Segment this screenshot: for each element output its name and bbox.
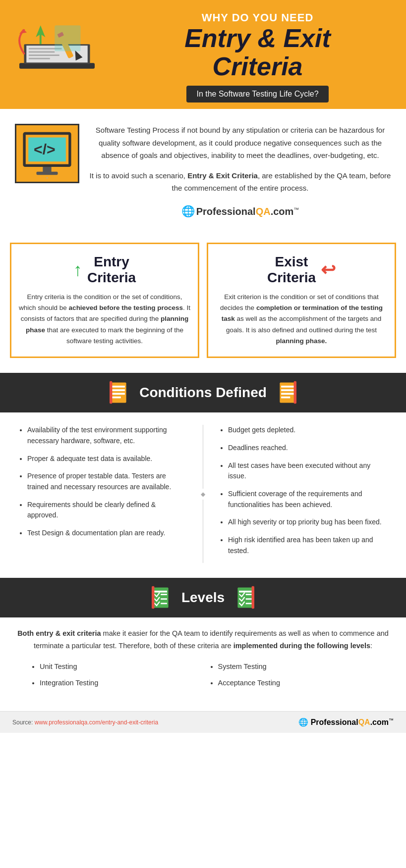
exit-arrow-icon: ↩ <box>321 259 336 280</box>
footer-brand: 🌐 ProfessionalQA.com™ <box>298 717 394 727</box>
levels-title: Levels <box>181 590 225 606</box>
exit-condition-5: All high severity or top priority bug ha… <box>228 517 389 528</box>
svg-rect-45 <box>252 586 254 609</box>
svg-rect-17 <box>43 167 51 172</box>
exit-conditions-col: Budget gets depleted. Deadlines reached.… <box>213 425 394 563</box>
exit-criteria-box: ExistCriteria ↩ Exit criterion is the co… <box>207 243 396 358</box>
entry-condition-4: Requirements should be clearly defined &… <box>27 500 188 521</box>
footer-source: Source: www.professionalqa.com/entry-and… <box>12 719 158 726</box>
level-integration-testing: Integration Testing <box>40 677 198 689</box>
levels-bold2: implemented during the following levels <box>233 642 370 650</box>
footer-brand-name: ProfessionalQA.com <box>311 718 389 726</box>
svg-point-19 <box>46 178 48 178</box>
footer-source-url[interactable]: www.professionalqa.com/entry-and-exit-cr… <box>35 719 158 726</box>
svg-rect-26 <box>112 397 121 399</box>
svg-rect-43 <box>246 599 252 600</box>
levels-right-icon <box>232 585 257 610</box>
header-main-title: Entry & Exit Criteria <box>119 24 396 81</box>
svg-rect-5 <box>29 54 59 56</box>
exit-criteria-title: ExistCriteria ↩ <box>216 254 387 286</box>
levels-bold1: Both entry & exit criteria <box>17 629 101 637</box>
brand-name: ProfessionalQA.com <box>196 206 294 217</box>
level-unit-testing: Unit Testing <box>40 661 198 672</box>
svg-rect-25 <box>112 393 125 395</box>
intro-text-block: Software Testing Process if not bound by… <box>89 124 391 228</box>
entry-condition-3: Presence of proper testable data. Tester… <box>27 471 188 492</box>
svg-rect-35 <box>154 591 167 593</box>
conditions-title: Conditions Defined <box>139 385 267 401</box>
svg-rect-37 <box>161 599 167 600</box>
level-acceptance-testing: Acceptance Testing <box>218 677 377 689</box>
levels-intro-text: Both entry & exit criteria make it easie… <box>10 627 396 652</box>
intro-paragraph2: It is to avoid such a scenario, Entry & … <box>89 169 391 195</box>
entry-criteria-title: ↑ EntryCriteria <box>19 254 190 286</box>
svg-marker-11 <box>19 29 27 34</box>
svg-rect-31 <box>281 393 294 395</box>
svg-rect-24 <box>112 389 125 391</box>
brand-globe-icon: 🌐 <box>181 205 195 217</box>
svg-rect-28 <box>280 383 295 403</box>
svg-rect-32 <box>281 397 290 399</box>
svg-rect-23 <box>112 386 125 388</box>
svg-marker-10 <box>36 25 45 44</box>
levels-banner: Levels <box>0 578 406 617</box>
header-text-block: WHY DO YOU NEED Entry & Exit Criteria In… <box>119 11 396 102</box>
svg-rect-38 <box>161 603 167 605</box>
conditions-section: Availability of the test environment sup… <box>0 412 406 573</box>
conditions-left-icon <box>107 380 132 405</box>
entry-condition-1: Availability of the test environment sup… <box>27 425 188 446</box>
footer-tm: ™ <box>389 717 394 723</box>
entry-condition-2: Proper & adequate test data is available… <box>27 454 188 464</box>
svg-rect-40 <box>237 588 253 608</box>
exit-condition-2: Deadlines reached. <box>228 443 389 454</box>
header-subtitle: In the Software Testing Life Cycle? <box>186 86 328 102</box>
svg-rect-18 <box>36 172 58 175</box>
svg-rect-36 <box>161 594 167 596</box>
entry-condition-5: Test Design & documentation plan are rea… <box>27 528 188 539</box>
entry-conditions-col: Availability of the test environment sup… <box>12 425 193 563</box>
title-line1: Entry & Exit <box>184 24 331 52</box>
svg-rect-29 <box>281 386 294 388</box>
intro-section: </> Software Testing Process if not boun… <box>0 109 406 238</box>
brand-tm: ™ <box>293 206 299 212</box>
conditions-right-icon <box>274 380 299 405</box>
intro-paragraph1: Software Testing Process if not bound by… <box>89 124 391 162</box>
criteria-section: ↑ EntryCriteria Entry criteria is the co… <box>0 238 406 368</box>
entry-conditions-list: Availability of the test environment sup… <box>17 425 188 539</box>
svg-rect-27 <box>110 381 112 404</box>
levels-right-list: System Testing Acceptance Testing <box>208 661 377 689</box>
exit-condition-3: All test cases have been executed withou… <box>228 460 389 482</box>
svg-rect-44 <box>246 603 252 605</box>
brand-logo: 🌐ProfessionalQA.com™ <box>89 202 391 220</box>
svg-rect-41 <box>239 591 252 593</box>
intro-p2-bold: Entry & Exit Criteria <box>187 171 258 180</box>
intro-p2-prefix: It is to avoid such a scenario, <box>90 171 188 180</box>
exit-condition-4: Sufficient coverage of the requirements … <box>228 489 389 510</box>
title-line2: Criteria <box>212 52 302 81</box>
svg-rect-4 <box>29 51 55 53</box>
svg-rect-39 <box>152 586 154 609</box>
exit-title-text: ExistCriteria <box>267 254 316 286</box>
svg-rect-33 <box>293 381 296 404</box>
svg-rect-34 <box>153 588 169 608</box>
levels-left-icon <box>149 585 174 610</box>
exit-criteria-desc: Exit criterion is the condition or set o… <box>216 292 387 347</box>
exit-condition-6: High risk identified area has been taken… <box>228 535 389 556</box>
levels-section: Both entry & exit criteria make it easie… <box>0 627 406 704</box>
levels-left-list: Unit Testing Integration Testing <box>30 661 198 689</box>
header-section: WHY DO YOU NEED Entry & Exit Criteria In… <box>0 0 406 109</box>
footer-globe-icon: 🌐 <box>298 718 308 726</box>
exit-condition-1: Budget gets depleted. <box>228 425 389 436</box>
levels-right-col: System Testing Acceptance Testing <box>208 661 377 694</box>
entry-arrow-icon: ↑ <box>73 259 82 280</box>
entry-criteria-desc: Entry criteria is the condition or the s… <box>19 292 190 347</box>
entry-title-text: EntryCriteria <box>87 254 136 286</box>
conditions-banner: Conditions Defined <box>0 373 406 412</box>
footer-source-label: Source: <box>12 719 35 726</box>
entry-criteria-box: ↑ EntryCriteria Entry criteria is the co… <box>10 243 199 358</box>
svg-rect-22 <box>111 383 126 403</box>
svg-rect-12 <box>55 25 80 51</box>
monitor-illustration: </> <box>15 124 79 183</box>
levels-left-col: Unit Testing Integration Testing <box>30 661 198 694</box>
svg-rect-6 <box>29 58 50 59</box>
